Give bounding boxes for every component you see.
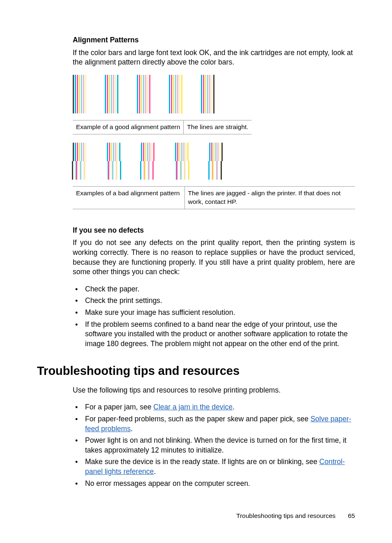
list-item: Make sure your image has sufficient reso… bbox=[73, 308, 355, 318]
alignment-patterns-intro: If the color bars and large font text lo… bbox=[73, 48, 355, 67]
bad-pattern-caption-table: Examples of a bad alignment pattern The … bbox=[73, 186, 355, 209]
good-pattern-caption-right: The lines are straight. bbox=[184, 120, 252, 134]
list-item: If the problem seems confined to a band … bbox=[73, 320, 355, 349]
list-item: For a paper jam, see Clear a jam in the … bbox=[73, 402, 355, 412]
list-item: Check the print settings. bbox=[73, 296, 355, 306]
troubleshooting-intro: Use the following tips and resources to … bbox=[73, 386, 355, 395]
list-item: Check the paper. bbox=[73, 284, 355, 294]
bad-pattern-caption-left: Examples of a bad alignment pattern bbox=[73, 186, 184, 209]
list-item: Power light is on and not blinking. When… bbox=[73, 436, 355, 455]
troubleshooting-bullets: For a paper jam, see Clear a jam in the … bbox=[73, 402, 355, 488]
cross-reference-link[interactable]: Control-panel lights reference bbox=[85, 458, 345, 476]
alignment-patterns-heading: Alignment Patterns bbox=[73, 35, 355, 45]
bad-alignment-pattern-image bbox=[73, 143, 355, 180]
good-pattern-caption-left: Example of a good alignment pattern bbox=[73, 120, 184, 134]
good-alignment-pattern-image bbox=[73, 75, 355, 113]
footer-title: Troubleshooting tips and resources bbox=[236, 512, 336, 519]
list-item: Make sure the device is in the ready sta… bbox=[73, 457, 355, 476]
page-footer: Troubleshooting tips and resources 65 bbox=[0, 512, 355, 520]
good-pattern-caption-table: Example of a good alignment pattern The … bbox=[73, 120, 251, 134]
troubleshooting-section-heading: Troubleshooting tips and resources bbox=[37, 363, 355, 379]
bad-pattern-caption-right: The lines are jagged - align the printer… bbox=[184, 186, 355, 209]
cross-reference-link[interactable]: Clear a jam in the device bbox=[153, 403, 233, 411]
no-defects-bullets: Check the paper.Check the print settings… bbox=[73, 284, 355, 349]
no-defects-heading: If you see no defects bbox=[73, 226, 355, 236]
list-item: For paper-feed problems, such as the pap… bbox=[73, 414, 355, 434]
list-item: No error messages appear on the computer… bbox=[73, 479, 355, 489]
footer-page-number: 65 bbox=[348, 512, 355, 519]
cross-reference-link[interactable]: Solve paper-feed problems bbox=[85, 415, 351, 433]
no-defects-intro: If you do not see any defects on the pri… bbox=[73, 238, 355, 277]
